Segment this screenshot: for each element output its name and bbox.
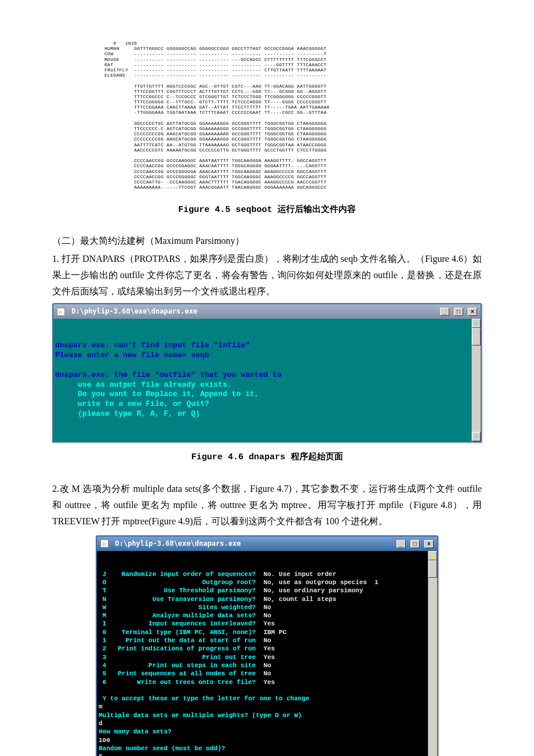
console-title-text: D:\phylip-3.68\exe\dnapars.exe <box>71 307 197 315</box>
scroll-down-button[interactable]: ▼ <box>472 432 481 441</box>
console-titlebar: ▷ D:\phylip-3.68\exe\dnapars.exe _ □ × <box>53 304 481 319</box>
figure-4-5-seqboot-output: 6 1026 HUMAN GGTTTGGGCC GGGGGGCCAG GGGGG… <box>104 41 482 195</box>
figure-4-6-console-window: ▷ D:\phylip-3.68\exe\dnapars.exe _ □ × d… <box>52 303 482 442</box>
figure-4-7-console-window: ▷ D:\phylip-3.68\exe\dnapars.exe _ □ × J… <box>96 535 438 756</box>
vertical-scrollbar[interactable]: ▲ ▼ <box>471 319 481 441</box>
scroll-up-button[interactable]: ▲ <box>472 319 481 328</box>
close-button[interactable]: × <box>468 308 477 316</box>
section-2-heading: （二）最大简约法建树（Maximum Parsimony） <box>52 233 482 249</box>
page-number: 3 <box>0 727 534 740</box>
minimize-button[interactable]: _ <box>440 308 449 316</box>
figure-4-5-caption: Figure 4.5 seqboot 运行后输出文件内容 <box>52 203 482 217</box>
maximize-button[interactable]: □ <box>410 540 420 548</box>
scroll-up-button[interactable]: ▲ <box>428 551 437 560</box>
scroll-thumb[interactable] <box>472 328 481 345</box>
paragraph-1: 1. 打开 DNAPARS（PROTPARS，如果序列是蛋白质），将刚才生成的 … <box>52 251 482 300</box>
scroll-thumb[interactable] <box>428 560 437 578</box>
minimize-button[interactable]: _ <box>396 540 406 548</box>
console-body-black: J Randomize input order of sequences? No… <box>97 551 437 756</box>
paragraph-2: 2.改 M 选项为分析 multiple data sets(多个数据，Figu… <box>52 481 482 530</box>
maximize-button[interactable]: □ <box>454 308 463 316</box>
app-icon: ▷ <box>57 308 65 316</box>
console-body-teal: dnapars.exe: can't find input file "infi… <box>53 319 481 441</box>
console-title-text: D:\phylip-3.68\exe\dnapars.exe <box>115 539 241 548</box>
app-icon: ▷ <box>100 539 109 548</box>
figure-4-6-caption: Figure 4.6 dnapars 程序起始页面 <box>52 451 482 465</box>
window-controls: _ □ × <box>396 538 434 549</box>
close-button[interactable]: × <box>424 540 434 548</box>
vertical-scrollbar[interactable]: ▲ ▼ <box>428 551 437 756</box>
console-titlebar: ▷ D:\phylip-3.68\exe\dnapars.exe _ □ × <box>97 537 437 551</box>
window-controls: _ □ × <box>439 306 477 317</box>
